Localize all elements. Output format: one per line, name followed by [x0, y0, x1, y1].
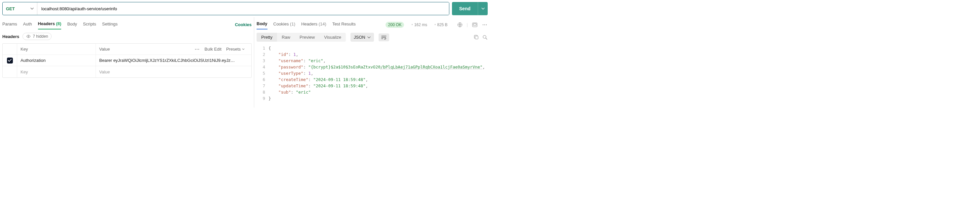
cookies-link[interactable]: Cookies — [235, 22, 251, 27]
send-dropdown[interactable] — [478, 2, 488, 15]
bulk-edit-link[interactable]: Bulk Edit — [205, 47, 221, 52]
status-size: •825 B — [433, 22, 448, 27]
format-label: JSON — [354, 35, 365, 40]
copy-icon[interactable] — [473, 34, 479, 40]
header-key[interactable]: Authorization — [17, 55, 96, 66]
svg-rect-10 — [475, 36, 478, 39]
method-select[interactable]: GET — [3, 2, 37, 15]
tab-headers-label: Headers — [38, 21, 55, 26]
tab-resp-cookies-count: (1) — [290, 21, 295, 27]
method-label: GET — [6, 6, 15, 11]
table-row-empty[interactable]: Key Value — [3, 66, 251, 77]
tab-resp-headers-count: (14) — [319, 21, 326, 27]
svg-point-9 — [486, 24, 487, 25]
seg-pretty[interactable]: Pretty — [256, 33, 277, 42]
presets-dropdown[interactable]: Presets — [226, 47, 245, 52]
save-response-icon[interactable] — [472, 22, 478, 28]
tab-params[interactable]: Params — [2, 20, 17, 29]
tab-resp-headers[interactable]: Headers (14) — [301, 20, 326, 29]
header-key-placeholder[interactable]: Key — [17, 66, 96, 77]
svg-point-2 — [196, 49, 197, 49]
svg-rect-6 — [474, 24, 476, 25]
hidden-headers-toggle[interactable]: 7 hidden — [22, 33, 52, 40]
tab-headers[interactable]: Headers (8) — [38, 20, 62, 29]
col-key: Key — [17, 44, 96, 54]
response-body[interactable]: 1{ 2 "id": 1, 3 "username": "eric", 4 "p… — [256, 45, 488, 102]
tab-resp-headers-label: Headers — [301, 21, 317, 27]
request-box: GET — [2, 2, 449, 15]
request-bar: GET Send — [0, 0, 490, 17]
response-tabs: Body Cookies (1) Headers (14) Test Resul… — [256, 17, 488, 29]
send-button[interactable]: Send — [452, 2, 478, 15]
request-tabs: Params Auth Headers (8) Body Scripts Set… — [2, 17, 251, 29]
more-icon[interactable] — [482, 22, 488, 28]
tab-resp-cookies[interactable]: Cookies (1) — [274, 20, 295, 29]
seg-visualize[interactable]: Visualize — [320, 33, 346, 42]
tab-body[interactable]: Body — [67, 20, 77, 29]
send-button-group: Send — [452, 2, 488, 15]
checkbox-checked[interactable] — [7, 57, 13, 64]
headers-table: Key Value Bulk Edit Presets — [2, 43, 251, 78]
format-select[interactable]: JSON — [350, 33, 374, 42]
col-value-label: Value — [99, 47, 110, 52]
hidden-count-label: 7 hidden — [33, 34, 48, 39]
seg-raw[interactable]: Raw — [277, 33, 295, 42]
seg-preview[interactable]: Preview — [295, 33, 320, 42]
tab-settings[interactable]: Settings — [102, 20, 118, 29]
headers-section-bar: Headers 7 hidden — [2, 29, 251, 43]
eye-icon — [26, 35, 31, 38]
presets-label: Presets — [226, 47, 241, 52]
svg-point-7 — [483, 24, 484, 25]
wrap-lines-icon[interactable] — [379, 33, 389, 41]
response-toolbar: Pretty Raw Preview Visualize JSON — [256, 29, 488, 45]
request-panel: Params Auth Headers (8) Body Scripts Set… — [0, 17, 254, 107]
tab-test-results[interactable]: Test Results — [332, 20, 356, 29]
search-icon[interactable] — [482, 34, 488, 40]
tab-resp-body[interactable]: Body — [256, 20, 267, 29]
tab-auth[interactable]: Auth — [23, 20, 32, 29]
tab-resp-cookies-label: Cookies — [274, 21, 289, 27]
status-time: •162 ms — [410, 22, 427, 27]
chevron-down-icon — [30, 8, 34, 10]
view-mode-segments: Pretty Raw Preview Visualize — [256, 33, 346, 42]
table-header-row: Key Value Bulk Edit Presets — [3, 44, 251, 55]
globe-icon[interactable] — [457, 22, 463, 28]
url-input[interactable] — [37, 2, 449, 15]
status-badge: 200 OK — [385, 22, 404, 28]
response-panel: Body Cookies (1) Headers (14) Test Resul… — [254, 17, 490, 107]
svg-point-8 — [484, 24, 485, 25]
header-value-placeholder[interactable]: Value — [96, 66, 251, 77]
col-value: Value Bulk Edit Presets — [96, 44, 251, 54]
table-row[interactable]: Authorization Bearer eyJraWQiOiJlcmljLXJ… — [3, 55, 251, 66]
tab-scripts[interactable]: Scripts — [83, 20, 96, 29]
svg-point-3 — [198, 49, 199, 49]
svg-point-1 — [195, 49, 196, 49]
tab-headers-count: (8) — [56, 21, 61, 26]
headers-title: Headers — [2, 34, 19, 39]
header-value[interactable]: Bearer eyJraWQiOiJlcmljLXJzYS1rZXkiLCJhb… — [96, 55, 251, 66]
more-icon[interactable] — [194, 46, 200, 52]
svg-point-0 — [28, 36, 29, 37]
